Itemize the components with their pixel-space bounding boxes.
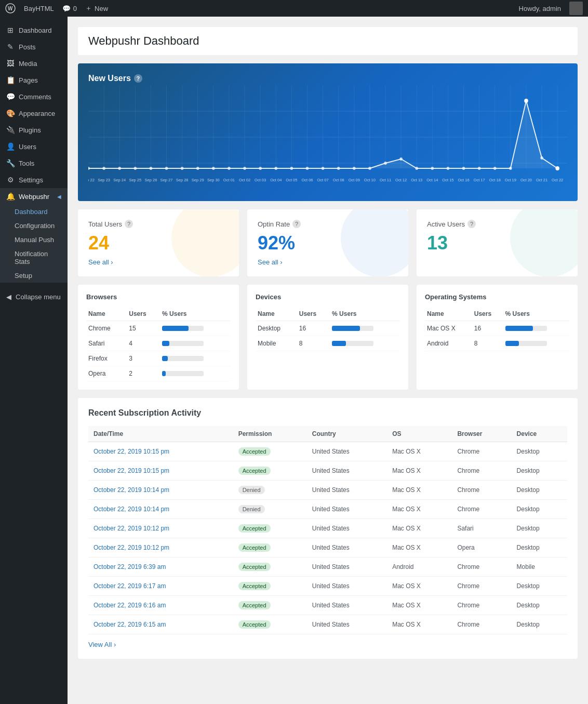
browser-name: Chrome — [86, 321, 127, 336]
sidebar-item-media[interactable]: 🖼 Media — [0, 55, 68, 72]
devices-card: Devices Name Users % Users Desktop 16 Mo… — [247, 285, 408, 390]
submenu-item-manual-push[interactable]: Manual Push — [0, 233, 68, 247]
svg-text:Oct 11: Oct 11 — [380, 178, 391, 182]
svg-point-51 — [322, 167, 325, 170]
avatar — [569, 2, 583, 15]
progress-bar-bg — [332, 326, 373, 331]
permission-badge: Denied — [238, 505, 265, 513]
table-row: October 22, 2019 6:17 am Accepted United… — [88, 577, 567, 596]
view-all-link[interactable]: View All › — [88, 641, 116, 648]
activity-col-device: Device — [512, 426, 567, 442]
browser-percent — [160, 351, 231, 366]
main-layout: ⊞ Dashboard ✎ Posts 🖼 Media 📋 Pages 💬 Co… — [0, 17, 588, 704]
comment-icon: 💬 — [62, 5, 71, 12]
os-col-percent: % Users — [503, 307, 569, 321]
sidebar-label-users: Users — [19, 143, 36, 151]
svg-text:Oct 21: Oct 21 — [536, 178, 547, 182]
activity-datetime: October 22, 2019 10:15 pm — [88, 461, 233, 481]
active-users-card: Active Users ? 13 — [417, 209, 578, 276]
table-row: October 22, 2019 10:15 pm Accepted Unite… — [88, 461, 567, 481]
new-content-item[interactable]: ＋ New — [85, 4, 108, 13]
submenu-item-setup[interactable]: Setup — [0, 269, 68, 283]
permission-badge: Accepted — [238, 543, 271, 552]
svg-point-46 — [243, 167, 246, 170]
activity-title: Recent Subscription Activity — [88, 408, 567, 418]
browsers-table: Name Users % Users Chrome 15 Safari 4 Fi… — [86, 307, 231, 381]
svg-point-43 — [196, 167, 199, 170]
total-users-help-icon[interactable]: ? — [125, 220, 133, 228]
progress-bar-fill — [162, 356, 167, 361]
svg-text:Oct 08: Oct 08 — [333, 178, 344, 182]
total-users-card: Total Users ? 24 See all › — [78, 209, 239, 276]
browser-users: 4 — [127, 336, 160, 351]
activity-permission: Accepted — [233, 442, 307, 461]
sidebar-item-users[interactable]: 👤 Users — [0, 138, 68, 155]
device-percent — [330, 336, 400, 351]
collapse-menu-button[interactable]: ◀ Collapse menu — [0, 288, 68, 306]
webpushr-icon: 🔔 — [6, 192, 15, 201]
submenu-item-configuration[interactable]: Configuration — [0, 219, 68, 233]
sidebar-item-appearance[interactable]: 🎨 Appearance — [0, 105, 68, 122]
chart-help-icon[interactable]: ? — [134, 74, 142, 83]
activity-card: Recent Subscription Activity Date/Time P… — [78, 398, 578, 659]
svg-point-38 — [118, 167, 121, 170]
device-name: Desktop — [256, 321, 297, 336]
activity-os: Mac OS X — [387, 461, 452, 481]
comments-item[interactable]: 💬 0 — [62, 5, 77, 12]
svg-point-66 — [555, 166, 559, 170]
progress-bar-bg — [162, 356, 204, 361]
svg-text:Oct 14: Oct 14 — [426, 178, 438, 182]
activity-datetime: October 22, 2019 10:15 pm — [88, 442, 233, 461]
activity-device: Desktop — [512, 481, 567, 500]
sidebar-item-dashboard[interactable]: ⊞ Dashboard — [0, 22, 68, 38]
permission-badge: Accepted — [238, 601, 271, 609]
svg-point-62 — [493, 167, 497, 170]
activity-device: Desktop — [512, 615, 567, 634]
activity-browser: Chrome — [452, 461, 511, 481]
svg-text:Oct 01: Oct 01 — [223, 178, 235, 182]
svg-text:Oct 12: Oct 12 — [395, 178, 407, 182]
svg-text:Oct 06: Oct 06 — [301, 178, 313, 182]
sidebar-item-pages[interactable]: 📋 Pages — [0, 72, 68, 88]
browser-users: 2 — [127, 366, 160, 381]
sidebar-label-appearance: Appearance — [19, 110, 55, 117]
admin-bar: W BayHTML 💬 0 ＋ New Howdy, admin — [0, 0, 588, 17]
active-users-help-icon[interactable]: ? — [467, 220, 476, 228]
sidebar-item-settings[interactable]: ⚙ Settings — [0, 171, 68, 188]
submenu-item-dashboard[interactable]: Dashboard — [0, 205, 68, 219]
progress-bar-fill — [162, 371, 165, 376]
os-table: Name Users % Users Mac OS X 16 Android 8 — [425, 307, 569, 351]
activity-country: United States — [307, 557, 387, 577]
sidebar-item-comments[interactable]: 💬 Comments — [0, 88, 68, 105]
activity-device: Desktop — [512, 500, 567, 519]
svg-text:Sep 26: Sep 26 — [145, 178, 157, 182]
os-col-name: Name — [425, 307, 472, 321]
page-title: Webpushr Dashboard — [78, 27, 578, 55]
devices-col-name: Name — [256, 307, 297, 321]
svg-point-61 — [478, 167, 481, 170]
activity-country: United States — [307, 577, 387, 596]
optin-rate-link[interactable]: See all › — [258, 258, 283, 266]
sidebar-item-posts[interactable]: ✎ Posts — [0, 38, 68, 55]
activity-os: Mac OS X — [387, 442, 452, 461]
submenu-item-notification-stats[interactable]: Notification Stats — [0, 247, 68, 269]
activity-browser: Chrome — [452, 481, 511, 500]
os-col-users: Users — [472, 307, 503, 321]
browsers-card: Browsers Name Users % Users Chrome 15 Sa… — [78, 285, 239, 390]
svg-text:Oct 02: Oct 02 — [239, 178, 250, 182]
sidebar-label-settings: Settings — [19, 176, 43, 184]
wp-logo-item[interactable]: W — [5, 3, 16, 14]
stat-bg-decoration — [171, 209, 239, 276]
optin-rate-help-icon[interactable]: ? — [292, 220, 301, 228]
sidebar-item-plugins[interactable]: 🔌 Plugins — [0, 122, 68, 138]
svg-text:Sep 30: Sep 30 — [207, 178, 220, 182]
total-users-link[interactable]: See all › — [88, 258, 113, 266]
sidebar-item-tools[interactable]: 🔧 Tools — [0, 155, 68, 171]
site-name-item[interactable]: BayHTML — [24, 5, 54, 12]
activity-datetime: October 22, 2019 10:12 pm — [88, 538, 233, 557]
activity-datetime: October 22, 2019 10:14 pm — [88, 500, 233, 519]
sidebar-item-webpushr[interactable]: 🔔 Webpushr ◀ — [0, 188, 68, 205]
permission-badge: Accepted — [238, 582, 271, 590]
activity-country: United States — [307, 519, 387, 538]
sidebar-label-webpushr: Webpushr — [19, 193, 49, 201]
